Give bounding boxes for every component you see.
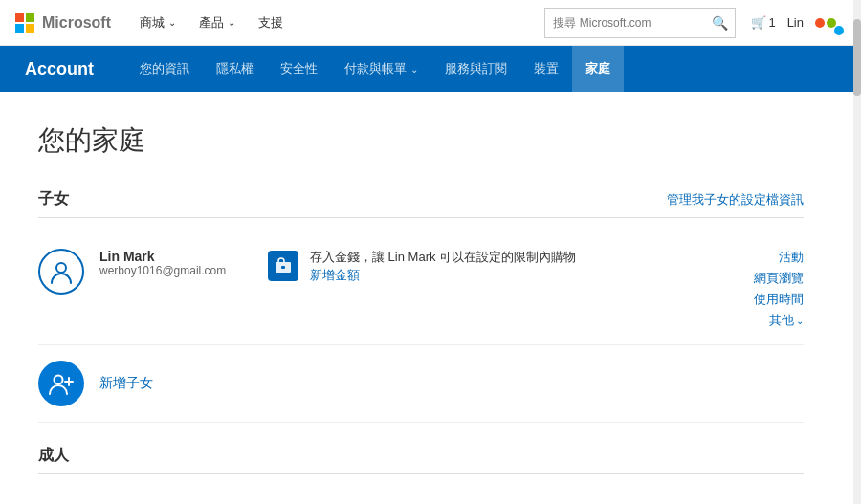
top-navigation: Microsoft 商城 ⌄ 產品 ⌄ 支援 🔍 🛒 1 Lin	[0, 0, 861, 46]
other-actions-link[interactable]: 其他 ⌄	[769, 312, 804, 329]
screen-time-link[interactable]: 使用時間	[754, 291, 804, 308]
chevron-down-icon: ⌄	[168, 17, 176, 28]
user-avatar[interactable]	[815, 8, 846, 38]
add-child-row: 新增子女	[38, 345, 804, 423]
svg-point-0	[56, 263, 66, 273]
child-avatar	[38, 249, 84, 295]
cart-icon[interactable]: 🛒 1	[751, 15, 775, 30]
wallet-row: 存入金錢，讓 Lin Mark 可以在設定的限制內購物 新增金額	[268, 249, 712, 284]
child-name: Lin Mark	[99, 249, 253, 264]
cart-count: 1	[768, 15, 775, 30]
manage-children-link[interactable]: 管理我子女的設定檔資訊	[667, 191, 804, 208]
child-list-item: Lin Mark werboy1016@gmail.com 存入金錢，讓 Lin	[38, 233, 804, 345]
top-nav-links: 商城 ⌄ 產品 ⌄ 支援	[130, 11, 544, 35]
add-child-button[interactable]	[38, 361, 84, 406]
nav-link-family[interactable]: 家庭	[572, 46, 624, 92]
search-button[interactable]: 🔍	[704, 15, 736, 31]
svg-rect-2	[281, 266, 285, 269]
chevron-down-icon: ⌄	[796, 316, 804, 326]
chevron-down-icon: ⌄	[410, 64, 418, 75]
search-input[interactable]	[545, 12, 704, 33]
nav-link-support[interactable]: 支援	[249, 11, 293, 35]
child-info: Lin Mark werboy1016@gmail.com	[99, 249, 253, 277]
web-browsing-link[interactable]: 網頁瀏覽	[754, 270, 804, 287]
add-person-icon	[48, 370, 75, 397]
adults-section-header: 成人	[38, 446, 804, 474]
main-content: 您的家庭 子女 管理我子女的設定檔資訊 Lin Mark werboy1016@…	[0, 92, 842, 504]
microsoft-logo[interactable]: Microsoft	[15, 13, 111, 33]
cart-symbol: 🛒	[751, 15, 766, 30]
nav-link-products[interactable]: 產品 ⌄	[189, 11, 245, 35]
scrollbar-thumb[interactable]	[853, 19, 861, 96]
nav-link-devices[interactable]: 裝置	[520, 46, 572, 92]
wallet-text-area: 存入金錢，讓 Lin Mark 可以在設定的限制內購物 新增金額	[310, 249, 576, 284]
children-section-header: 子女 管理我子女的設定檔資訊	[38, 189, 804, 218]
svg-point-3	[55, 376, 63, 384]
user-name[interactable]: Lin	[787, 15, 804, 30]
account-navigation: Account 您的資訊 隱私權 安全性 付款與帳單 ⌄ 服務與訂閱 裝置 家庭	[0, 46, 861, 92]
children-section-title: 子女	[38, 189, 69, 209]
add-funds-link[interactable]: 新增金額	[310, 268, 360, 282]
nav-link-services[interactable]: 服務與訂閱	[431, 46, 520, 92]
nav-link-privacy[interactable]: 隱私權	[203, 46, 267, 92]
child-email: werboy1016@gmail.com	[99, 264, 253, 277]
adult-list-item: Lin Werboy O Office 365 家用版訂閱能協助您與家人隨時隨地…	[38, 490, 804, 504]
wallet-icon	[268, 251, 298, 281]
account-label: Account	[15, 59, 103, 79]
adults-section-title: 成人	[38, 446, 69, 466]
child-actions: 活動 網頁瀏覽 使用時間 其他 ⌄	[727, 249, 804, 329]
scrollbar[interactable]	[853, 0, 861, 504]
add-child-label[interactable]: 新增子女	[99, 375, 153, 392]
nav-link-your-info[interactable]: 您的資訊	[126, 46, 203, 92]
chevron-down-icon: ⌄	[228, 17, 235, 28]
wallet-description: 存入金錢，讓 Lin Mark 可以在設定的限制內購物	[310, 249, 576, 266]
store-icon	[274, 256, 293, 275]
search-box: 🔍	[544, 8, 736, 38]
top-nav-icons: 🛒 1 Lin	[751, 8, 846, 38]
nav-link-store[interactable]: 商城 ⌄	[130, 11, 186, 35]
logo-text: Microsoft	[42, 14, 111, 32]
nav-link-security[interactable]: 安全性	[267, 46, 331, 92]
account-nav-links: 您的資訊 隱私權 安全性 付款與帳單 ⌄ 服務與訂閱 裝置 家庭	[126, 46, 624, 92]
page-title: 您的家庭	[38, 122, 804, 159]
child-wallet-area: 存入金錢，讓 Lin Mark 可以在設定的限制內購物 新增金額	[268, 249, 712, 284]
activity-link[interactable]: 活動	[779, 249, 804, 266]
adults-section: 成人 Lin Werboy O	[38, 446, 804, 504]
person-icon	[48, 258, 75, 285]
nav-link-billing[interactable]: 付款與帳單 ⌄	[331, 46, 431, 92]
children-section: 子女 管理我子女的設定檔資訊 Lin Mark werboy1016@gmail…	[38, 189, 804, 423]
ms-grid-icon	[15, 13, 34, 33]
